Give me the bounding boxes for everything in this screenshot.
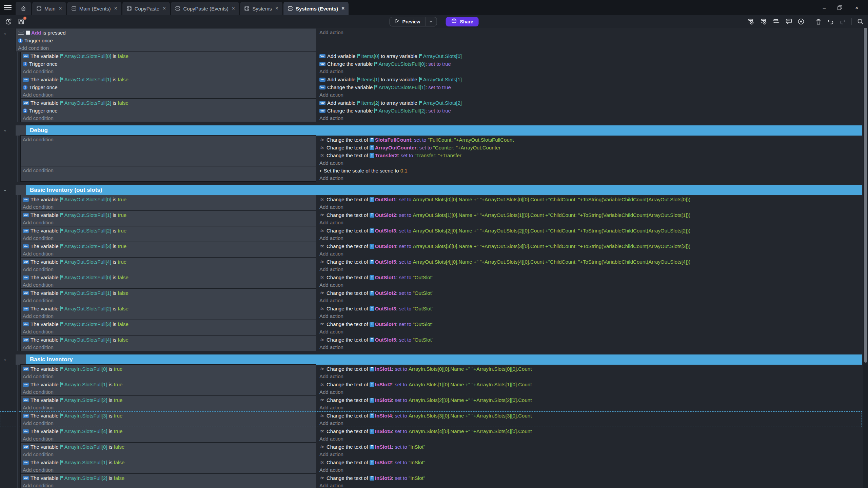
condition-cell[interactable]: VarThe variable ArrayOut.SlotsFull[3] is…: [20, 320, 316, 336]
add-action-link[interactable]: Add action: [317, 388, 862, 395]
tab-systems-events[interactable]: Systems (Events)×: [283, 2, 349, 15]
add-action-link[interactable]: Add action: [317, 175, 862, 182]
add-condition-link[interactable]: Add condition: [16, 44, 316, 52]
condition-cell[interactable]: VarThe variable ArrayIn.SlotsFull[2] is …: [20, 473, 316, 488]
condition-line[interactable]: VarThe variable ArrayOut.SlotsFull[4] is…: [21, 336, 316, 344]
action-cell[interactable]: txChange the text of TInSlot4: set to Ar…: [316, 411, 862, 427]
condition-line[interactable]: VarThe variable ArrayOut.SlotsFull[0] is…: [21, 273, 316, 281]
condition-cell[interactable]: VarThe variable ArrayOut.SlotsFull[2] is…: [20, 304, 316, 320]
add-action-link[interactable]: Add action: [317, 373, 862, 380]
action-cell[interactable]: txChange the text of TOutSlot5: set to "…: [316, 336, 862, 351]
condition-line[interactable]: VarThe variable ArrayOut.SlotsFull[2] is…: [21, 227, 316, 235]
minimize-button[interactable]: –: [821, 5, 827, 11]
action-line[interactable]: VarAdd variable Items[2] to array variab…: [317, 99, 862, 107]
add-action-link[interactable]: Add action: [317, 29, 862, 36]
action-cell[interactable]: txChange the text of TOutSlot2: set to A…: [316, 211, 862, 226]
add-condition-link[interactable]: Add condition: [21, 344, 316, 351]
preview-button[interactable]: Preview: [390, 17, 437, 26]
action-line[interactable]: VarChange the variable ArrayOut.SlotsFul…: [317, 83, 862, 91]
event-row[interactable]: VarThe variable ArrayOut.SlotsFull[1] is…: [0, 289, 862, 304]
condition-line[interactable]: VarThe variable ArrayIn.SlotsFull[3] is …: [21, 412, 316, 420]
add-condition-link[interactable]: Add condition: [21, 420, 316, 427]
add-condition-link[interactable]: Add condition: [21, 281, 316, 288]
add-action-link[interactable]: Add action: [317, 420, 862, 427]
condition-cell[interactable]: VarThe variable ArrayIn.SlotsFull[0] is …: [20, 364, 316, 380]
action-cell[interactable]: txChange the text of TOutSlot1: set to A…: [316, 195, 862, 211]
action-cell[interactable]: txChange the text of TInSlot2: set to "I…: [316, 458, 862, 474]
add-action-link[interactable]: Add action: [317, 250, 862, 257]
add-condition-link[interactable]: Add condition: [21, 167, 316, 174]
action-cell[interactable]: VarAdd variable Items[2] to array variab…: [316, 99, 862, 122]
add-condition-link[interactable]: Add condition: [21, 466, 316, 473]
action-cell[interactable]: txChange the text of TOutSlot4: set to "…: [316, 320, 862, 336]
action-line[interactable]: txChange the text of TOutSlot4: set to A…: [317, 242, 862, 250]
condition-line[interactable]: VarThe variable ArrayOut.SlotsFull[0] is…: [21, 52, 316, 60]
condition-cell[interactable]: Add condition: [20, 166, 316, 182]
action-line[interactable]: txChange the text of TInSlot1: set to Ar…: [317, 365, 862, 373]
close-icon[interactable]: ×: [854, 5, 860, 11]
add-condition-link[interactable]: Add condition: [21, 482, 316, 488]
add-action-link[interactable]: Add action: [317, 404, 862, 411]
event-row[interactable]: VarThe variable ArrayIn.SlotsFull[1] is …: [0, 458, 862, 474]
condition-cell[interactable]: VarThe variable ArrayIn.SlotsFull[3] is …: [20, 411, 316, 427]
add-condition-link[interactable]: Add condition: [21, 68, 316, 75]
tab-copypaste[interactable]: CopyPaste×: [122, 2, 170, 15]
add-action-link[interactable]: Add action: [317, 91, 862, 98]
search-button[interactable]: [857, 18, 864, 25]
condition-cell[interactable]: VarThe variable ArrayOut.SlotsFull[4] is…: [20, 335, 316, 351]
add-condition-link[interactable]: Add condition: [21, 203, 316, 210]
condition-cell[interactable]: VarThe variable ArrayOut.SlotsFull[3] is…: [20, 242, 316, 258]
scrollbar-thumb[interactable]: [864, 28, 867, 363]
add-condition-link[interactable]: Add condition: [21, 91, 316, 98]
action-cell[interactable]: txChange the text of TOutSlot1: set to "…: [316, 273, 862, 289]
condition-line[interactable]: 1Trigger once: [21, 83, 316, 91]
action-cell[interactable]: txChange the text of TInSlot5: set to Ar…: [316, 427, 862, 443]
action-cell[interactable]: VarAdd variable Items[1] to array variab…: [316, 75, 862, 99]
tab-close-icon[interactable]: ×: [59, 5, 62, 12]
add-action-link[interactable]: Add action: [317, 115, 862, 122]
action-line[interactable]: VarAdd variable Items[0] to array variab…: [317, 52, 862, 60]
restore-button[interactable]: [837, 5, 844, 10]
condition-cell[interactable]: VarThe variable ArrayOut.SlotsFull[2] is…: [20, 226, 316, 242]
add-action-link[interactable]: Add action: [317, 328, 862, 335]
condition-line[interactable]: VarThe variable ArrayOut.SlotsFull[1] is…: [21, 289, 316, 297]
tab-main-events[interactable]: Main (Events)×: [67, 2, 121, 15]
scrollbar-track[interactable]: [863, 28, 868, 488]
action-line[interactable]: txChange the text of TArrayOutCounter: s…: [317, 144, 862, 151]
add-action-button[interactable]: [773, 18, 780, 25]
add-condition-link[interactable]: Add condition: [21, 250, 316, 257]
action-line[interactable]: txChange the text of TInSlot2: set to Ar…: [317, 381, 862, 388]
add-condition-link[interactable]: Add condition: [21, 373, 316, 380]
redo-button[interactable]: [839, 18, 846, 25]
condition-cell[interactable]: VarThe variable ArrayOut.SlotsFull[0] is…: [20, 195, 316, 211]
action-line[interactable]: txChange the text of TOutSlot1: set to "…: [317, 273, 862, 281]
tab-systems[interactable]: Systems×: [240, 2, 282, 15]
history-button[interactable]: [5, 18, 12, 25]
add-action-link[interactable]: Add action: [317, 219, 862, 226]
action-line[interactable]: txChange the text of TOutSlot2: set to A…: [317, 211, 862, 219]
action-line[interactable]: txChange the text of TInSlot4: set to Ar…: [317, 412, 862, 420]
event-row[interactable]: VarThe variable ArrayIn.SlotsFull[2] is …: [0, 474, 862, 488]
group-header[interactable]: Basic Inventory: [26, 354, 862, 365]
event-row[interactable]: VarThe variable ArrayOut.SlotsFull[4] is…: [0, 336, 862, 351]
condition-line[interactable]: VarThe variable ArrayIn.SlotsFull[2] is …: [21, 396, 316, 404]
condition-line[interactable]: VarThe variable ArrayIn.SlotsFull[1] is …: [21, 381, 316, 388]
action-line[interactable]: txChange the text of TInSlot3: set to "I…: [317, 474, 862, 482]
add-condition-link[interactable]: Add condition: [21, 435, 316, 442]
action-line[interactable]: txChange the text of TOutSlot3: set to A…: [317, 227, 862, 235]
collapse-chevron-icon[interactable]: ⌄: [0, 354, 10, 365]
share-button[interactable]: Share: [446, 17, 479, 26]
event-row[interactable]: VarThe variable ArrayIn.SlotsFull[1] is …: [0, 380, 862, 396]
event-row[interactable]: VarThe variable ArrayOut.SlotsFull[2] is…: [0, 99, 862, 122]
event-row[interactable]: VarThe variable ArrayOut.SlotsFull[2] is…: [0, 226, 862, 242]
action-line[interactable]: txChange the text of TTransfer2: set to …: [317, 151, 862, 159]
condition-line[interactable]: 1Trigger once: [21, 107, 316, 115]
add-condition-link[interactable]: Add condition: [21, 219, 316, 226]
condition-line[interactable]: VarThe variable ArrayIn.SlotsFull[0] is …: [21, 443, 316, 451]
condition-cell[interactable]: VarThe variable ArrayOut.SlotsFull[4] is…: [20, 257, 316, 273]
action-cell[interactable]: txChange the text of TInSlot1: set to "I…: [316, 443, 862, 458]
action-cell[interactable]: txChange the text of TInSlot3: set to Ar…: [316, 396, 862, 411]
event-row[interactable]: VarThe variable ArrayOut.SlotsFull[2] is…: [0, 304, 862, 320]
action-cell[interactable]: txChange the text of TInSlot3: set to "I…: [316, 474, 862, 488]
action-cell[interactable]: txChange the text of TOutSlot4: set to A…: [316, 242, 862, 258]
